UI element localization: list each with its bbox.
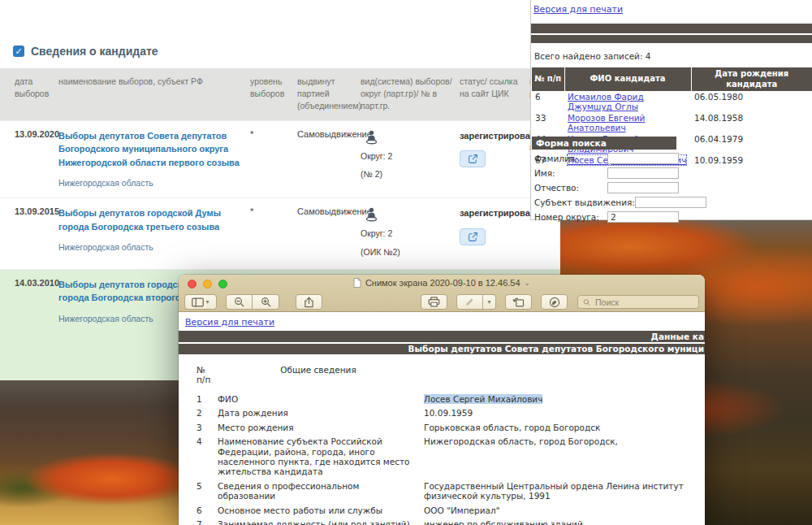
rotate-button[interactable] — [505, 294, 532, 310]
candidate-num: 33 — [532, 112, 564, 133]
election-name-cell: Выборы депутатов Совета депутатов Богоро… — [58, 129, 245, 189]
election-date: 14.03.2010 — [15, 278, 54, 356]
print-button[interactable] — [421, 294, 447, 310]
markup-toolbar-button[interactable] — [541, 294, 568, 310]
window-header: Снимок экрана 2020-09-10 в 12.46.54 ⌄ ▾ — [179, 275, 705, 312]
window-toolbar: ▾ — [179, 292, 705, 312]
district-number-input[interactable] — [607, 211, 679, 223]
form-row: Отчество: — [534, 182, 679, 193]
detail-value: Лосев Сергей Михайлович — [424, 394, 700, 404]
election-name-link[interactable]: Выборы депутатов городской Думы города Б… — [58, 206, 245, 233]
detail-label: Место рождения — [218, 423, 419, 432]
markup-circle-pen-icon — [549, 297, 560, 308]
election-status: зарегистрирован — [460, 206, 525, 220]
election-status: зарегистрирован — [460, 129, 525, 143]
self-nomination-person-icon — [364, 206, 379, 222]
cik-site-link-button[interactable] — [460, 150, 486, 167]
detail-label: Основное место работы или службы — [218, 505, 419, 515]
election-region: Нижегородская область — [58, 242, 245, 252]
detail-label: Занимаемая должность (или род занятий) — [218, 519, 419, 525]
zoom-out-button[interactable] — [226, 294, 253, 310]
surname-input[interactable] — [607, 153, 679, 164]
detail-row: 1 ФИО Лосев Сергей Михайлович — [197, 392, 700, 406]
chevron-down-icon: ▾ — [205, 298, 209, 306]
candidate-details-table: № п/п Общие сведения 1 ФИО Лосев Сергей … — [197, 362, 700, 525]
col-header-info: Общие сведения — [218, 365, 419, 385]
search-form-title: Форма поиска — [532, 137, 676, 150]
col-header-name: наименование выборов, субъект РФ — [58, 76, 245, 113]
candidate-dob: 06.05.1980 — [691, 91, 812, 112]
col-header-dob: Дата рождения кандидата — [691, 67, 812, 91]
election-kind-cell: Округ: 2 (№ 2) — [361, 129, 455, 189]
election-name-bar: Выборы депутатов Совета депутатов Богоро… — [179, 344, 705, 354]
zoom-buttons — [226, 294, 279, 310]
election-district: Округ: 2 — [361, 150, 455, 163]
election-row: 13.09.2020 Выборы депутатов Совета депут… — [0, 120, 560, 198]
form-row: Фамилия: — [534, 153, 679, 164]
sidebar-view-button[interactable]: ▾ — [184, 294, 217, 310]
detail-num: 6 — [197, 505, 213, 515]
patronymic-label: Отчество: — [534, 183, 579, 193]
election-district-note: (ОИК №2) — [361, 246, 455, 259]
candidate-name-link[interactable]: Исмаилов Фарид Джумшуд Оглы — [568, 92, 644, 111]
election-name-link[interactable]: Выборы депутатов Совета депутатов Богоро… — [58, 129, 245, 170]
candidate-num: 6 — [532, 91, 564, 112]
detail-num: 5 — [197, 481, 213, 501]
candidate-elections-panel: ✓ Сведения о кандидате дата выборов наим… — [0, 0, 560, 307]
chevron-down-icon: ▾ — [487, 298, 490, 306]
print-version-link[interactable]: Версия для печати — [185, 317, 274, 328]
form-row: Номер округа: — [534, 211, 679, 223]
highlighter-button[interactable] — [456, 294, 483, 310]
detail-row: 5 Сведения о профессиональном образовани… — [197, 479, 700, 503]
detail-row: 4 Наименование субъекта Российской Федер… — [197, 435, 700, 479]
search-icon — [583, 298, 590, 306]
cik-site-link-button[interactable] — [460, 228, 486, 245]
selected-candidate-name: Лосев Сергей Михайлович — [424, 394, 542, 404]
sidebar-icon — [192, 297, 204, 307]
total-records: Всего найдено записей: 4 — [534, 51, 651, 61]
window-title[interactable]: Снимок экрана 2020-09-10 в 12.46.54 — [365, 278, 520, 288]
search-input[interactable] — [594, 297, 693, 308]
form-row: Субъект выдвижения: — [534, 197, 679, 208]
panel-title: Сведения о кандидате — [31, 45, 158, 58]
candidate-data-bar: Данные ка — [179, 331, 705, 342]
firstname-label: Имя: — [534, 168, 555, 178]
candidate-info-checkbox[interactable]: ✓ — [13, 46, 24, 57]
surname-label: Фамилия: — [534, 154, 578, 163]
candidate-name-link[interactable]: Морозов Евгений Анатольевич — [568, 113, 645, 132]
detail-value: ООО "Империал" — [424, 505, 700, 515]
election-level: * — [250, 129, 292, 189]
toolbar-search-field[interactable] — [577, 295, 699, 309]
print-icon — [428, 297, 440, 307]
detail-row: 6 Основное место работы или службы ООО "… — [197, 503, 700, 518]
election-region: Нижегородская область — [58, 178, 245, 188]
highlighter-dropdown-button[interactable]: ▾ — [483, 294, 496, 310]
col-header-num: № п/п — [197, 365, 213, 385]
highlighter-pen-icon — [464, 297, 475, 307]
share-button[interactable] — [296, 294, 322, 310]
election-date: 13.09.2020 — [15, 129, 54, 189]
nominator-label: Субъект выдвижения: — [534, 197, 635, 207]
detail-row: 2 Дата рождения 10.09.1959 — [197, 406, 700, 421]
detail-value: 10.09.1959 — [424, 408, 700, 418]
firstname-input[interactable] — [607, 167, 679, 179]
detail-label: ФИО — [218, 394, 419, 404]
election-nominated: Самовыдвижение — [297, 129, 356, 189]
col-header-kind: вид(система) выборов/ округ (парт.гр)/ №… — [361, 76, 455, 113]
col-header-level: уровень выборов — [250, 76, 292, 113]
zoom-in-button[interactable] — [253, 294, 279, 310]
detail-num: 7 — [197, 519, 213, 525]
candidate-row: 6 Исмаилов Фарид Джумшуд Оглы 06.05.1980 — [532, 91, 812, 112]
zoom-in-icon — [261, 297, 271, 307]
detail-label: Дата рождения — [218, 408, 419, 418]
nominator-input[interactable] — [635, 197, 706, 208]
self-nomination-person-icon — [364, 129, 379, 145]
screenshot-root: ✓ Сведения о кандидате дата выборов наим… — [0, 0, 812, 525]
document-proxy-icon — [353, 278, 361, 288]
print-version-link[interactable]: Версия для печати — [533, 4, 623, 15]
header-bar-top — [531, 24, 812, 33]
window-content: Версия для печати Данные ка Выборы депут… — [179, 312, 705, 525]
election-status-cell: зарегистрирован — [460, 206, 525, 259]
patronymic-input[interactable] — [607, 182, 679, 193]
title-chevron-icon[interactable]: ⌄ — [525, 279, 531, 287]
